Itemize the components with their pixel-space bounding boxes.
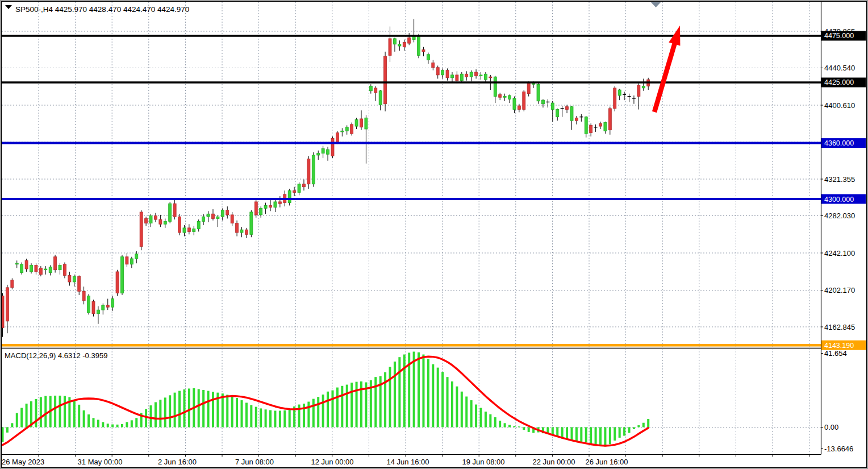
- bull-candle: [355, 120, 358, 126]
- macd-histogram-bar: [432, 364, 434, 428]
- macd-histogram-bar: [317, 397, 319, 427]
- bull-candle: [97, 310, 99, 314]
- bear-candle: [159, 219, 162, 224]
- bull-candle: [197, 221, 200, 229]
- macd-histogram-bar: [341, 386, 343, 428]
- bear-candle: [106, 305, 109, 307]
- macd-histogram-bar: [580, 428, 582, 442]
- price-axis-label: 4242.100: [824, 249, 855, 258]
- macd-histogram-bar: [87, 414, 90, 427]
- macd-histogram-bar: [350, 383, 353, 427]
- bear-candle: [145, 218, 148, 223]
- bear-candle: [293, 190, 296, 192]
- macd-histogram-bar: [236, 398, 238, 427]
- macd-histogram-bar: [279, 410, 281, 427]
- chart-title: SP500-,H4 4425.970 4428.470 4424.470 442…: [15, 5, 189, 14]
- bull-candle: [317, 153, 320, 155]
- bear-candle: [302, 184, 305, 187]
- macd-histogram-bar: [135, 418, 137, 427]
- price-axis-label: 4440.540: [824, 64, 855, 72]
- macd-histogram-bar: [619, 428, 621, 438]
- macd-histogram-bar: [398, 357, 400, 427]
- macd-histogram-bar: [44, 396, 47, 428]
- bear-candle: [566, 107, 569, 110]
- bull-candle: [207, 214, 210, 217]
- macd-histogram-bar: [356, 382, 358, 428]
- macd-histogram-bar: [121, 424, 123, 428]
- macd-label: MACD(12,26,9) 4.6312 -0.3959: [5, 351, 107, 360]
- macd-histogram-bar: [116, 425, 119, 428]
- bull-candle: [183, 228, 186, 233]
- macd-histogram-bar: [465, 397, 468, 428]
- bear-candle: [178, 217, 181, 233]
- bear-candle: [92, 301, 95, 313]
- bear-candle: [11, 280, 14, 288]
- time-axis-label: 12 Jun 00:00: [311, 458, 353, 466]
- bear-candle: [187, 228, 190, 232]
- macd-histogram-bar: [470, 400, 473, 427]
- bull-candle: [393, 39, 396, 44]
- bull-candle: [470, 72, 473, 77]
- macd-histogram-bar: [11, 423, 13, 427]
- macd-histogram-bar: [231, 396, 233, 428]
- bear-candle: [523, 92, 525, 109]
- macd-histogram-bar: [508, 425, 511, 427]
- bull-candle: [537, 84, 540, 101]
- bull-candle: [312, 155, 315, 184]
- macd-histogram-bar: [222, 393, 224, 427]
- macd-histogram-bar: [494, 417, 496, 427]
- trading-chart-window: 4479.8654440.5404400.6104321.3554282.030…: [0, 0, 868, 469]
- macd-histogram-bar: [628, 428, 631, 433]
- bear-candle: [154, 216, 157, 220]
- bear-candle: [575, 118, 578, 121]
- macd-histogram-bar: [269, 410, 272, 428]
- macd-histogram-bar: [570, 428, 573, 441]
- bear-candle: [126, 257, 128, 264]
- bull-candle: [427, 55, 429, 60]
- bear-candle: [350, 124, 353, 134]
- bull-candle: [494, 77, 496, 96]
- macd-histogram-bar: [289, 409, 291, 428]
- bull-candle: [130, 259, 133, 264]
- macd-histogram-bar: [451, 381, 453, 428]
- bull-candle: [169, 204, 172, 221]
- price-axis-label: 41.654: [824, 349, 847, 358]
- bull-candle: [59, 265, 61, 269]
- bull-candle: [216, 217, 219, 218]
- macd-histogram-bar: [575, 428, 578, 441]
- bear-candle: [403, 42, 406, 47]
- macd-histogram-bar: [274, 410, 276, 427]
- bear-candle: [432, 63, 435, 68]
- macd-histogram-bar: [585, 428, 587, 443]
- bull-candle: [618, 90, 621, 96]
- bull-candle: [642, 86, 645, 88]
- macd-histogram-bar: [331, 391, 333, 428]
- macd-histogram-bar: [327, 392, 329, 428]
- macd-histogram-bar: [346, 385, 348, 428]
- macd-histogram-bar: [307, 402, 310, 428]
- macd-histogram-bar: [518, 426, 520, 427]
- bull-candle: [556, 110, 559, 117]
- bear-candle: [360, 119, 363, 127]
- bull-candle: [193, 229, 195, 232]
- bull-candle: [264, 205, 267, 208]
- bull-candle: [73, 276, 76, 282]
- macd-histogram-bar: [403, 355, 406, 428]
- macd-histogram-bar: [389, 367, 391, 427]
- chart-canvas[interactable]: 4479.8654440.5404400.6104321.3554282.030…: [0, 0, 868, 469]
- bear-candle: [465, 74, 468, 77]
- macd-histogram-bar: [614, 428, 616, 441]
- bear-candle: [25, 260, 28, 269]
- bull-candle: [49, 267, 52, 273]
- macd-histogram-bar: [16, 413, 18, 428]
- macd-histogram-bar: [312, 399, 315, 428]
- bear-candle: [389, 39, 391, 56]
- bull-candle: [541, 100, 544, 104]
- macd-histogram-bar: [164, 397, 166, 427]
- macd-histogram-bar: [40, 397, 42, 427]
- macd-histogram-bar: [6, 428, 9, 433]
- macd-histogram-bar: [26, 404, 28, 428]
- bull-candle: [604, 123, 607, 131]
- macd-histogram-bar: [198, 389, 200, 427]
- macd-histogram-bar: [609, 428, 611, 445]
